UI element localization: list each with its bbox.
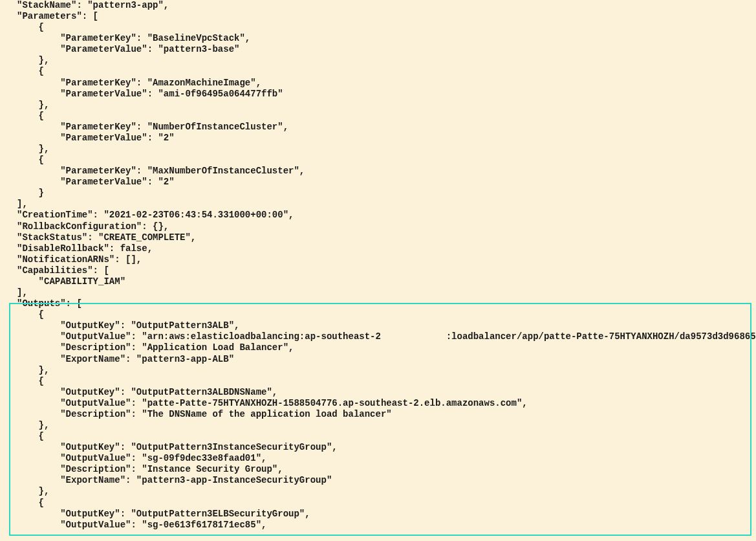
code-line: "StackName": "pattern3-app", xyxy=(17,0,756,11)
code-line: "ParameterValue": "ami-0f96495a064477ffb… xyxy=(17,89,756,100)
code-line: "DisableRollback": false, xyxy=(17,243,756,254)
code-line: { xyxy=(17,498,756,509)
code-line: { xyxy=(17,66,756,77)
code-line: "OutputValue": "patte-Patte-75HTYANXHOZH… xyxy=(17,398,756,409)
code-line: "Description": "The DNSName of the appli… xyxy=(17,409,756,420)
code-line: }, xyxy=(17,420,756,431)
code-line: }, xyxy=(17,100,756,111)
code-line: { xyxy=(17,431,756,442)
code-line: "Outputs": [ xyxy=(17,298,756,309)
code-line: }, xyxy=(17,55,756,66)
code-line: "ParameterValue": "2" xyxy=(17,133,756,144)
code-line: "OutputKey": "OutputPattern3ALB", xyxy=(17,320,756,331)
code-line: "ParameterKey": "BaselineVpcStack", xyxy=(17,33,756,44)
code-line: "StackStatus": "CREATE_COMPLETE", xyxy=(17,232,756,243)
code-line: ], xyxy=(17,199,756,210)
code-line: }, xyxy=(17,365,756,376)
code-line: "Description": "Instance Security Group"… xyxy=(17,464,756,475)
code-line: { xyxy=(17,22,756,33)
code-line: "ParameterKey": "MaxNumberOfInstanceClus… xyxy=(17,166,756,177)
code-line: "ParameterKey": "AmazonMachineImage", xyxy=(17,78,756,89)
json-code-block: "StackName": "pattern3-app","Parameters"… xyxy=(0,0,756,531)
code-line: ], xyxy=(17,287,756,298)
code-line: "ExportName": "pattern3-app-ALB" xyxy=(17,354,756,365)
code-line: "CAPABILITY_IAM" xyxy=(17,276,756,287)
code-line: "RollbackConfiguration": {}, xyxy=(17,221,756,232)
code-line: "NotificationARNs": [], xyxy=(17,254,756,265)
code-line: { xyxy=(17,376,756,387)
code-line: } xyxy=(17,188,756,199)
code-line: "OutputValue": "sg-0e613f6178171ec85", xyxy=(17,520,756,531)
code-line: "ParameterValue": "2" xyxy=(17,177,756,188)
code-line: "ParameterValue": "pattern3-base" xyxy=(17,44,756,55)
code-line: "CreationTime": "2021-02-23T06:43:54.331… xyxy=(17,210,756,221)
code-line: { xyxy=(17,111,756,122)
code-line: "OutputKey": "OutputPattern3InstanceSecu… xyxy=(17,442,756,453)
code-line: "OutputValue": "sg-09f9dec33e8faad01", xyxy=(17,453,756,464)
code-line: "ParameterKey": "NumberOfInstanceCluster… xyxy=(17,122,756,133)
code-line: "Description": "Application Load Balance… xyxy=(17,342,756,353)
code-line: }, xyxy=(17,486,756,497)
code-line: "Capabilities": [ xyxy=(17,265,756,276)
code-line: { xyxy=(17,309,756,320)
code-line: "OutputKey": "OutputPattern3ELBSecurityG… xyxy=(17,509,756,520)
code-line: { xyxy=(17,155,756,166)
code-line: "OutputKey": "OutputPattern3ALBDNSName", xyxy=(17,387,756,398)
code-line: }, xyxy=(17,144,756,155)
code-line: "ExportName": "pattern3-app-InstanceSecu… xyxy=(17,475,756,486)
code-line: "Parameters": [ xyxy=(17,11,756,22)
code-line: "OutputValue": "arn:aws:elasticloadbalan… xyxy=(17,331,756,342)
